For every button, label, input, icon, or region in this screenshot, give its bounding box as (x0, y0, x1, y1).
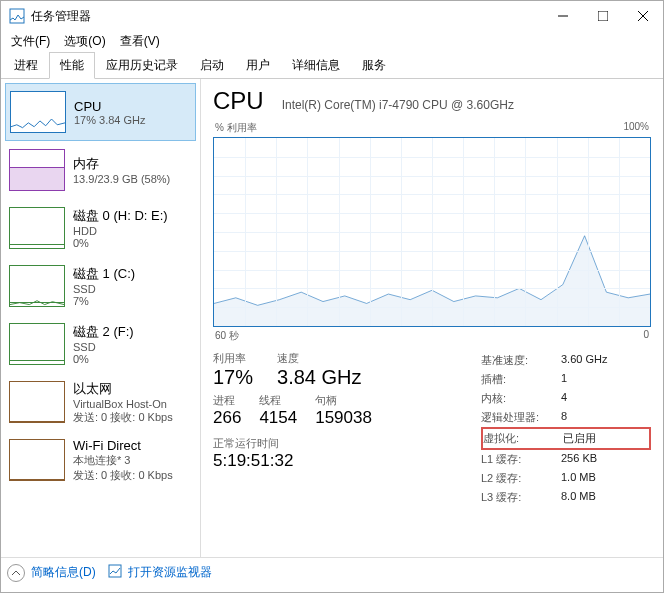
monitor-icon (108, 564, 122, 581)
spec-value: 8 (561, 410, 567, 425)
stat-value: 17% (213, 366, 253, 389)
spec-row: 基准速度:3.60 GHz (481, 351, 651, 370)
spec-key: 虚拟化: (483, 431, 563, 446)
sidebar-item-name: 磁盘 1 (C:) (73, 265, 135, 283)
cpu-model: Intel(R) Core(TM) i7-4790 CPU @ 3.60GHz (282, 98, 514, 112)
sidebar-item-sub: SSD (73, 341, 134, 353)
titlebar: 任务管理器 (1, 1, 663, 31)
chart-label-bottom-right: 0 (643, 329, 649, 343)
tabstrip: 进程性能应用历史记录启动用户详细信息服务 (1, 51, 663, 79)
sidebar-item-val: 7% (73, 295, 135, 307)
tab-用户[interactable]: 用户 (235, 52, 281, 79)
spec-row: 插槽:1 (481, 370, 651, 389)
spec-value: 已启用 (563, 431, 596, 446)
spec-value: 4 (561, 391, 567, 406)
sidebar-item-sub: VirtualBox Host-On (73, 398, 173, 410)
thumb-disk (9, 265, 65, 307)
thumb-wifi (9, 439, 65, 481)
menubar: 文件(F) 选项(O) 查看(V) (1, 31, 663, 51)
less-info-link[interactable]: 简略信息(D) (31, 564, 96, 581)
spec-value: 1.0 MB (561, 471, 596, 486)
chart-label-bottom-left: 60 秒 (215, 329, 239, 343)
minimize-button[interactable] (543, 1, 583, 31)
tab-性能[interactable]: 性能 (49, 52, 95, 79)
menu-file[interactable]: 文件(F) (5, 31, 56, 52)
stat-label: 利用率 (213, 351, 253, 366)
sidebar-item-eth-5[interactable]: 以太网VirtualBox Host-On发送: 0 接收: 0 Kbps (5, 373, 196, 431)
uptime-label: 正常运行时间 (213, 436, 461, 451)
sidebar-item-cpu-0[interactable]: CPU17% 3.84 GHz (5, 83, 196, 141)
uptime-value: 5:19:51:32 (213, 451, 461, 471)
spec-row: 内核:4 (481, 389, 651, 408)
window-title: 任务管理器 (31, 8, 543, 25)
open-resource-monitor-link[interactable]: 打开资源监视器 (128, 564, 212, 581)
sidebar-item-sub: 17% 3.84 GHz (74, 114, 146, 126)
stat-value: 3.84 GHz (277, 366, 361, 389)
spec-row: 逻辑处理器:8 (481, 408, 651, 427)
sidebar-item-name: 磁盘 0 (H: D: E:) (73, 207, 168, 225)
thumb-eth (9, 381, 65, 423)
page-title: CPU (213, 87, 264, 115)
spec-value: 3.60 GHz (561, 353, 607, 368)
tab-进程[interactable]: 进程 (3, 52, 49, 79)
stat-label: 线程 (259, 393, 297, 408)
close-button[interactable] (623, 1, 663, 31)
chart-label-top-left: % 利用率 (215, 121, 257, 135)
thumb-disk (9, 323, 65, 365)
spec-key: 基准速度: (481, 353, 561, 368)
sidebar-item-name: Wi-Fi Direct (73, 438, 173, 453)
tab-启动[interactable]: 启动 (189, 52, 235, 79)
sidebar-item-val: 发送: 0 接收: 0 Kbps (73, 468, 173, 483)
cpu-chart[interactable] (213, 137, 651, 327)
stat-label: 句柄 (315, 393, 372, 408)
svg-rect-6 (109, 565, 121, 577)
sidebar-item-val: 0% (73, 237, 168, 249)
menu-view[interactable]: 查看(V) (114, 31, 166, 52)
sidebar-item-sub: SSD (73, 283, 135, 295)
stat-value: 159038 (315, 408, 372, 428)
app-icon (9, 8, 25, 24)
sidebar-item-disk-3[interactable]: 磁盘 1 (C:)SSD7% (5, 257, 196, 315)
spec-row: L2 缓存:1.0 MB (481, 469, 651, 488)
spec-key: L1 缓存: (481, 452, 561, 467)
main-panel: CPU Intel(R) Core(TM) i7-4790 CPU @ 3.60… (201, 79, 663, 557)
thumb-disk (9, 207, 65, 249)
spec-value: 8.0 MB (561, 490, 596, 505)
sidebar-item-name: CPU (74, 99, 146, 114)
thumb-mem (9, 149, 65, 191)
spec-key: L3 缓存: (481, 490, 561, 505)
sidebar-item-disk-2[interactable]: 磁盘 0 (H: D: E:)HDD0% (5, 199, 196, 257)
tab-详细信息[interactable]: 详细信息 (281, 52, 351, 79)
sidebar-item-name: 内存 (73, 155, 170, 173)
sidebar: CPU17% 3.84 GHz内存13.9/23.9 GB (58%)磁盘 0 … (1, 79, 201, 557)
cpu-specs: 基准速度:3.60 GHz插槽:1内核:4逻辑处理器:8虚拟化:已启用L1 缓存… (481, 351, 651, 507)
svg-rect-2 (598, 11, 608, 21)
menu-options[interactable]: 选项(O) (58, 31, 111, 52)
spec-key: 逻辑处理器: (481, 410, 561, 425)
spec-row: L1 缓存:256 KB (481, 450, 651, 469)
stat-value: 266 (213, 408, 241, 428)
chart-label-top-right: 100% (623, 121, 649, 135)
sidebar-item-wifi-6[interactable]: Wi-Fi Direct本地连接* 3发送: 0 接收: 0 Kbps (5, 431, 196, 489)
sidebar-item-disk-4[interactable]: 磁盘 2 (F:)SSD0% (5, 315, 196, 373)
spec-key: 插槽: (481, 372, 561, 387)
stat-value: 4154 (259, 408, 297, 428)
sidebar-item-sub: 13.9/23.9 GB (58%) (73, 173, 170, 185)
tab-应用历史记录[interactable]: 应用历史记录 (95, 52, 189, 79)
sidebar-item-sub: HDD (73, 225, 168, 237)
tab-服务[interactable]: 服务 (351, 52, 397, 79)
sidebar-item-sub: 本地连接* 3 (73, 453, 173, 468)
spec-row: L3 缓存:8.0 MB (481, 488, 651, 507)
sidebar-item-mem-1[interactable]: 内存13.9/23.9 GB (58%) (5, 141, 196, 199)
sidebar-item-val: 发送: 0 接收: 0 Kbps (73, 410, 173, 425)
chevron-up-icon[interactable] (7, 564, 25, 582)
sidebar-item-name: 以太网 (73, 380, 173, 398)
maximize-button[interactable] (583, 1, 623, 31)
spec-value: 256 KB (561, 452, 597, 467)
spec-row: 虚拟化:已启用 (481, 427, 651, 450)
stat-label: 进程 (213, 393, 241, 408)
spec-key: 内核: (481, 391, 561, 406)
footer: 简略信息(D) 打开资源监视器 (1, 557, 663, 587)
stat-label: 速度 (277, 351, 361, 366)
spec-key: L2 缓存: (481, 471, 561, 486)
